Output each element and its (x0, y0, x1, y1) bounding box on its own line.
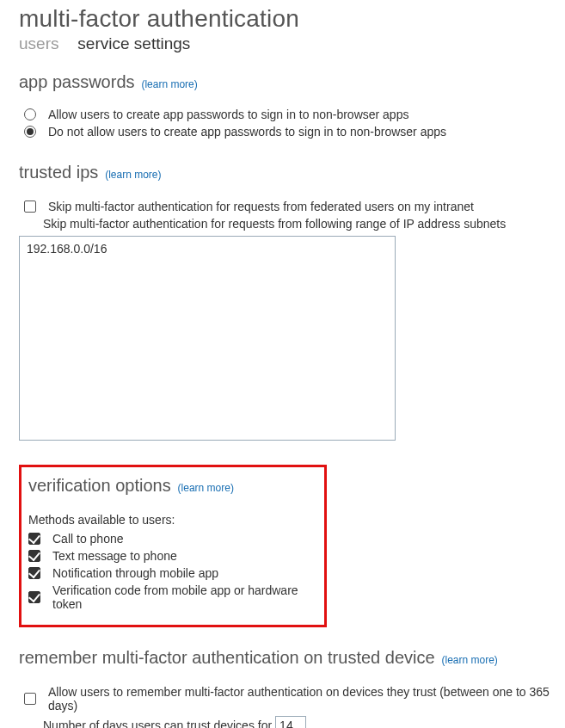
checkbox-verification-method[interactable] (28, 567, 40, 579)
checkbox-verification-method[interactable] (28, 591, 40, 603)
verification-method-row[interactable]: Notification through mobile app (28, 566, 317, 580)
checkbox-skip-federated[interactable] (24, 201, 36, 213)
verification-options-learn-more-link[interactable]: (learn more) (178, 482, 234, 494)
verification-method-row[interactable]: Verification code from mobile app or har… (28, 583, 317, 611)
tab-service-settings[interactable]: service settings (77, 34, 190, 53)
verification-method-label: Verification code from mobile app or har… (52, 583, 317, 611)
app-passwords-heading: app passwords (19, 72, 135, 91)
app-passwords-deny-row[interactable]: Do not allow users to create app passwor… (24, 125, 565, 139)
verification-method-label: Text message to phone (52, 549, 317, 563)
radio-deny-label: Do not allow users to create app passwor… (48, 125, 565, 139)
checkbox-verification-method[interactable] (28, 550, 40, 562)
app-passwords-learn-more-link[interactable]: (learn more) (141, 78, 197, 90)
page-title: multi-factor authentication (19, 5, 565, 33)
radio-deny-app-passwords[interactable] (24, 126, 36, 138)
tab-bar: users service settings (19, 34, 565, 53)
ip-subnets-textarea[interactable] (19, 236, 396, 441)
remember-days-input[interactable] (275, 716, 306, 728)
verification-options-heading: verification options (28, 476, 171, 495)
skip-federated-row[interactable]: Skip multi-factor authentication for req… (24, 200, 565, 213)
radio-allow-label: Allow users to create app passwords to s… (48, 108, 565, 121)
methods-available-label: Methods available to users: (28, 513, 317, 527)
checkbox-verification-method[interactable] (28, 533, 40, 545)
trusted-ips-heading: trusted ips (19, 163, 98, 182)
verification-method-row[interactable]: Text message to phone (28, 549, 317, 563)
section-app-passwords: app passwords (learn more) Allow users t… (19, 72, 565, 139)
trusted-ips-learn-more-link[interactable]: (learn more) (105, 169, 161, 181)
verification-method-row[interactable]: Call to phone (28, 532, 317, 546)
remember-allow-row[interactable]: Allow users to remember multi-factor aut… (24, 685, 565, 713)
section-remember-mfa: remember multi-factor authentication on … (19, 648, 565, 728)
remember-mfa-heading: remember multi-factor authentication on … (19, 648, 435, 667)
remember-allow-label: Allow users to remember multi-factor aut… (48, 685, 565, 713)
skip-federated-label: Skip multi-factor authentication for req… (48, 200, 565, 213)
remember-mfa-learn-more-link[interactable]: (learn more) (441, 654, 497, 666)
subnets-label: Skip multi-factor authentication for req… (43, 217, 565, 231)
remember-days-label: Number of days users can trust devices f… (43, 719, 272, 728)
remember-days-row: Number of days users can trust devices f… (43, 716, 565, 728)
section-verification-options: verification options (learn more) Method… (19, 465, 327, 627)
tab-users[interactable]: users (19, 34, 58, 53)
app-passwords-allow-row[interactable]: Allow users to create app passwords to s… (24, 108, 565, 121)
section-trusted-ips: trusted ips (learn more) Skip multi-fact… (19, 163, 565, 441)
radio-allow-app-passwords[interactable] (24, 108, 36, 120)
verification-method-label: Notification through mobile app (52, 566, 317, 580)
checkbox-remember-mfa[interactable] (24, 693, 36, 705)
verification-method-label: Call to phone (52, 532, 317, 546)
